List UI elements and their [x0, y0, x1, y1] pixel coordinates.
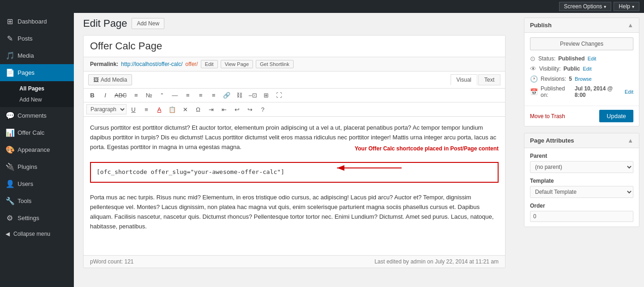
screen-options-chevron-icon: ▾	[604, 4, 606, 9]
status-edit-link[interactable]: Edit	[588, 56, 596, 61]
publish-box-body: Preview Changes ⊙ Status: Published Edit…	[524, 33, 639, 106]
sidebar-item-plugins[interactable]: 🔌 Plugins	[0, 158, 74, 175]
sidebar-item-tools[interactable]: 🔧 Tools	[0, 192, 74, 209]
offer-calc-icon: 📊	[6, 128, 14, 137]
top-bar: Screen Options ▾ Help ▾	[0, 0, 644, 13]
bold-button[interactable]: B	[86, 90, 98, 100]
sidebar-item-appearance[interactable]: 🎨 Appearance	[0, 141, 74, 158]
unlink-button[interactable]: ⛓	[234, 90, 246, 100]
tab-visual[interactable]: Visual	[451, 74, 477, 85]
help-button-toolbar[interactable]: ?	[257, 105, 269, 114]
permalink-label: Permalink:	[90, 61, 118, 67]
move-trash-link[interactable]: Move to Trash	[530, 113, 565, 120]
status-label: Status:	[538, 55, 555, 62]
main-content: Edit Page Add New Permalink: http://loca…	[74, 13, 515, 287]
calendar-icon: 📅	[530, 88, 538, 96]
blockquote-button[interactable]: "	[156, 90, 168, 100]
last-edited: Last edited by admin on July 22, 2014 at…	[374, 258, 499, 265]
paragraph-select[interactable]: Paragraph	[86, 104, 126, 114]
view-page-button[interactable]: View Page	[221, 60, 253, 68]
help-button[interactable]: Help ▾	[614, 2, 639, 11]
permalink-base-url[interactable]: http://localhost/offer-calc/	[121, 61, 182, 67]
permalink-edit-button[interactable]: Edit	[201, 60, 218, 68]
add-media-button[interactable]: 🖼 Add Media	[88, 74, 132, 85]
add-media-label: Add Media	[101, 77, 127, 83]
bullet-list-button[interactable]: ≡	[130, 90, 142, 100]
users-icon: 👤	[6, 179, 14, 188]
sidebar-item-dashboard[interactable]: ⊞ Dashboard	[0, 13, 74, 30]
editor-toolbar: 🖼 Add Media Visual Text B I ABC ≡ № " —	[84, 72, 505, 117]
screen-options-label: Screen Options	[564, 3, 602, 10]
align-right-button[interactable]: ≡	[208, 90, 220, 100]
publish-box-title: Publish	[530, 22, 552, 29]
page-attributes-form: Parent (no parent) Template Default Temp…	[524, 148, 639, 227]
outdent-button[interactable]: ⇤	[218, 105, 230, 114]
sidebar-item-media[interactable]: 🎵 Media	[0, 47, 74, 64]
sidebar-item-users[interactable]: 👤 Users	[0, 175, 74, 192]
pages-submenu: All Pages Add New	[0, 81, 74, 107]
align-left-button[interactable]: ≡	[182, 90, 194, 100]
collapse-menu-button[interactable]: ◀ Collapse menu	[0, 227, 74, 241]
tab-text[interactable]: Text	[478, 74, 500, 85]
published-edit-link[interactable]: Edit	[625, 89, 633, 95]
align-center-button[interactable]: ≡	[195, 90, 207, 100]
order-input[interactable]	[530, 211, 633, 222]
sidebar-item-comments[interactable]: 💬 Comments	[0, 107, 74, 124]
post-title-input[interactable]	[84, 36, 505, 57]
underline-button[interactable]: U	[127, 105, 139, 114]
editor-body[interactable]: Cursus porttitor est porttitor dictumst?…	[84, 117, 505, 255]
number-list-button[interactable]: №	[143, 90, 155, 100]
redo-button[interactable]: ↪	[244, 105, 256, 114]
visibility-label: Visibility:	[539, 66, 560, 72]
word-count: Word count: 121	[93, 258, 134, 265]
erase-button[interactable]: ✕	[179, 105, 191, 114]
paste-text-button[interactable]: 📋	[166, 105, 178, 114]
visibility-edit-link[interactable]: Edit	[583, 66, 591, 72]
editor-paragraph-2: Porta mus ac nec turpis. Risus nunc mid?…	[90, 193, 499, 231]
sidebar-sub-all-pages[interactable]: All Pages	[14, 83, 74, 94]
screen-options-button[interactable]: Screen Options ▾	[559, 2, 612, 11]
hr-button[interactable]: —	[169, 90, 181, 100]
page-attributes-collapse-icon[interactable]: ▲	[627, 137, 633, 144]
permalink-bar: Permalink: http://localhost/offer-calc/o…	[84, 57, 505, 72]
indent-button[interactable]: ⇥	[205, 105, 217, 114]
revisions-label: Revisions:	[541, 76, 566, 82]
publish-collapse-icon[interactable]: ▲	[627, 22, 633, 29]
revisions-count: 5	[569, 76, 572, 82]
italic-button[interactable]: I	[99, 90, 111, 100]
revisions-row: 🕐 Revisions: 5 Browse	[530, 75, 633, 83]
parent-select[interactable]: (no parent)	[530, 161, 633, 173]
get-shortlink-button[interactable]: Get Shortlink	[256, 60, 294, 68]
add-new-button[interactable]: Add New	[132, 18, 164, 29]
strikethrough-button[interactable]: ABC	[112, 90, 129, 100]
fullscreen-button[interactable]: ⛶	[273, 90, 285, 100]
dashboard-icon: ⊞	[6, 17, 14, 26]
sidebar-label-plugins: Plugins	[18, 163, 37, 170]
insert-more-button[interactable]: –⊡	[247, 90, 259, 100]
shortcode-container: Your Offer Calc shortcode placed in Post…	[90, 156, 499, 188]
permalink-slug[interactable]: offer/	[186, 61, 198, 67]
omega-button[interactable]: Ω	[192, 105, 204, 114]
revisions-icon: 🕐	[530, 75, 538, 83]
link-button[interactable]: 🔗	[221, 90, 233, 100]
page-title: Edit Page	[83, 18, 127, 30]
sidebar-label-settings: Settings	[18, 215, 39, 221]
sidebar-item-pages[interactable]: 📄 Pages	[0, 64, 74, 81]
underline-icon: U	[131, 106, 135, 113]
preview-changes-button[interactable]: Preview Changes	[530, 37, 633, 50]
sidebar-item-settings[interactable]: ⚙ Settings	[0, 209, 74, 227]
sidebar-item-offer-calc[interactable]: 📊 Offer Calc	[0, 124, 74, 141]
align-justify-button[interactable]: ≡	[140, 105, 152, 114]
published-row: 📅 Published on: Jul 10, 2014 @ 8:00 Edit	[530, 85, 633, 98]
sidebar-item-posts[interactable]: ✎ Posts	[0, 30, 74, 47]
table-button[interactable]: ⊞	[260, 90, 272, 100]
published-date: Jul 10, 2014 @ 8:00	[575, 85, 622, 98]
template-select[interactable]: Default Template	[530, 186, 633, 198]
sidebar-sub-add-new[interactable]: Add New	[14, 94, 74, 105]
undo-button[interactable]: ↩	[231, 105, 243, 114]
collapse-menu-label: Collapse menu	[13, 231, 50, 237]
update-button[interactable]: Update	[599, 110, 633, 122]
editor-top-row: 🖼 Add Media Visual Text	[84, 72, 505, 88]
revisions-browse-link[interactable]: Browse	[575, 76, 592, 82]
text-color-button[interactable]: A	[153, 105, 165, 114]
